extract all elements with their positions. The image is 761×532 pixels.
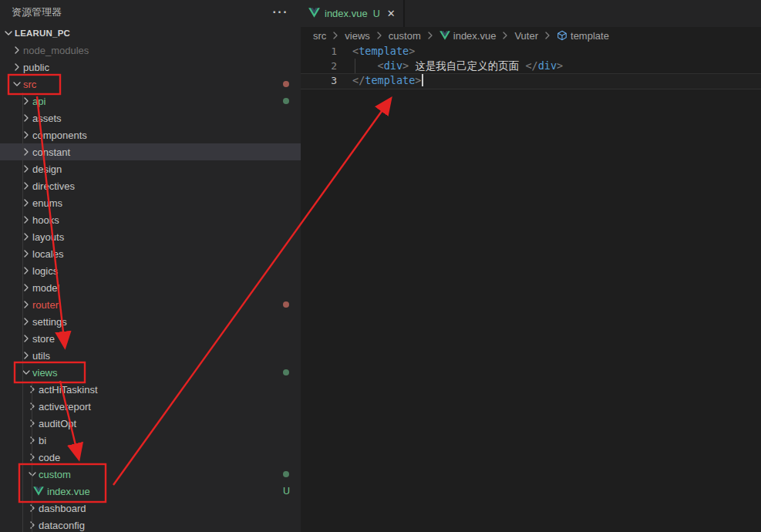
tree-item-label: views [32, 367, 58, 379]
code-text: </template> [352, 73, 423, 88]
tree-item-auditopt[interactable]: auditOpt [0, 415, 301, 432]
vue-icon [32, 485, 45, 497]
tree-item-settings[interactable]: settings [0, 313, 301, 330]
tree-item-design[interactable]: design [0, 160, 301, 177]
tab-index-vue[interactable]: index.vue U ✕ [301, 0, 405, 27]
chevron-right-icon [26, 400, 39, 412]
text-cursor [422, 74, 423, 86]
code-line-2[interactable]: 2 <div> 这是我自己定义的页面 </div> [301, 59, 761, 73]
explorer-title: 资源管理器 [12, 5, 62, 19]
tree-item-router[interactable]: router [0, 296, 301, 313]
tree-item-label: auditOpt [39, 418, 76, 429]
chevron-right-icon [541, 29, 554, 42]
code-area[interactable]: 1<template>2 <div> 这是我自己定义的页面 </div>3</t… [301, 44, 761, 88]
tree-item-label: assets [32, 113, 62, 124]
chevron-down-icon [26, 468, 39, 480]
tree-item-label: api [32, 96, 45, 107]
line-number: 2 [301, 59, 337, 73]
explorer-pane-title: 资源管理器 ··· [0, 0, 301, 25]
tree-item-src[interactable]: src [0, 76, 301, 93]
tree-item-label: layouts [32, 231, 64, 243]
tree-item-label: activereport [39, 401, 91, 412]
tree-item-logics[interactable]: logics [0, 262, 301, 279]
tab-bar: index.vue U ✕ [301, 0, 761, 27]
tree-item-label: design [32, 163, 62, 175]
breadcrumb-label: src [313, 30, 326, 42]
tree-item-label: hooks [32, 214, 59, 226]
tree-item-index-vue[interactable]: index.vueU [0, 483, 301, 500]
tree-item-views[interactable]: views [0, 364, 301, 381]
tree-item-label: dashboard [39, 503, 86, 514]
vue-icon [439, 31, 450, 40]
breadcrumb-item-template[interactable]: template [557, 30, 609, 42]
tree-item-assets[interactable]: assets [0, 109, 301, 126]
chevron-right-icon [26, 451, 39, 463]
tree-item-label: constant [32, 146, 70, 158]
cube-icon [557, 30, 567, 41]
tree-item-node-modules[interactable]: node_modules [0, 42, 301, 59]
tree-item-directives[interactable]: directives [0, 177, 301, 194]
tree-item-label: utils [32, 350, 50, 362]
tree-item-label: model [32, 282, 59, 294]
tree-item-api[interactable]: api [0, 93, 301, 109]
code-line-1[interactable]: 1<template> [301, 44, 761, 59]
tree-item-label: router [32, 299, 59, 311]
explorer-sidebar: 资源管理器 ··· LEARUN_PC node_modulespublicsr… [0, 0, 301, 532]
tree-item-activereport[interactable]: activereport [0, 398, 301, 415]
tree-item-label: src [23, 79, 36, 90]
breadcrumb-item-src[interactable]: src [313, 30, 326, 42]
tree-item-label: dataconfig [39, 520, 85, 531]
chevron-right-icon [11, 61, 23, 73]
git-status-dot-red [283, 301, 289, 308]
workspace-section-header[interactable]: LEARUN_PC [0, 25, 301, 42]
vue-icon [308, 7, 320, 21]
breadcrumb-label: template [571, 30, 609, 42]
tree-item-label: settings [32, 316, 67, 328]
tree-item-components[interactable]: components [0, 126, 301, 143]
tree-item-utils[interactable]: utils [0, 347, 301, 364]
tree-item-model[interactable]: model [0, 279, 301, 296]
git-status-dot-green [283, 369, 289, 375]
tree-item-constant[interactable]: constant [0, 143, 301, 160]
breadcrumb-item-views[interactable]: views [345, 30, 370, 42]
tree-item-enums[interactable]: enums [0, 194, 301, 211]
tree-item-bi[interactable]: bi [0, 432, 301, 449]
tree-item-label: components [32, 130, 87, 141]
tree-item-label: index.vue [47, 486, 90, 497]
chevron-right-icon [26, 417, 39, 429]
tree-item-dashboard[interactable]: dashboard [0, 500, 301, 517]
breadcrumb-item-vuter[interactable]: Vuter [514, 30, 538, 42]
breadcrumb-label: custom [389, 30, 421, 42]
tree-item-custom[interactable]: custom [0, 466, 301, 483]
chevron-right-icon [26, 383, 39, 396]
breadcrumb-item-custom[interactable]: custom [389, 30, 421, 42]
line-number: 1 [301, 44, 337, 59]
tree-item-hooks[interactable]: hooks [0, 211, 301, 228]
tree-item-label: public [23, 62, 49, 73]
tree-item-store[interactable]: store [0, 330, 301, 347]
tree-item-code[interactable]: code [0, 449, 301, 466]
tree-item-layouts[interactable]: layouts [0, 228, 301, 245]
ellipsis-icon[interactable]: ··· [273, 8, 288, 16]
tree-item-label: code [39, 452, 60, 463]
tree-item-label: locales [32, 248, 63, 260]
code-line-3[interactable]: 3</template> [301, 73, 761, 88]
tree-item-locales[interactable]: locales [0, 245, 301, 262]
close-icon[interactable]: ✕ [387, 8, 396, 19]
tree-item-label: logics [32, 265, 58, 277]
chevron-right-icon [26, 502, 39, 514]
tree-item-dataconfig[interactable]: dataconfig [0, 517, 301, 532]
tree-item-label: bi [39, 435, 46, 446]
chevron-down-icon [11, 78, 23, 90]
tree-item-acthitaskinst[interactable]: actHiTaskinst [0, 381, 301, 398]
breadcrumb-label: views [345, 30, 370, 42]
breadcrumb-label: index.vue [453, 30, 497, 42]
tree-item-label: store [32, 333, 55, 345]
chevron-down-icon [2, 27, 15, 39]
chevron-right-icon [11, 44, 23, 56]
tab-label: index.vue [325, 8, 368, 19]
line-number: 3 [301, 73, 337, 88]
tree-item-label: enums [32, 197, 62, 209]
tree-item-public[interactable]: public [0, 59, 301, 76]
breadcrumb-item-index-vue[interactable]: index.vue [439, 30, 497, 42]
